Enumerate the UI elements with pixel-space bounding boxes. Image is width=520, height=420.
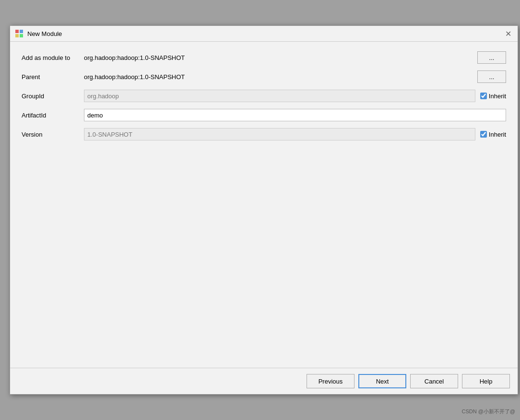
svg-rect-3 — [20, 34, 23, 37]
parent-value: org.hadoop:hadoop:1.0-SNAPSHOT — [84, 73, 477, 81]
add-as-module-browse-button[interactable]: ... — [477, 51, 506, 64]
next-button[interactable]: Next — [358, 374, 406, 388]
previous-button[interactable]: Previous — [307, 374, 355, 388]
version-row: Version Inherit — [22, 128, 506, 140]
version-container — [84, 128, 475, 140]
add-as-module-row: Add as module to org.hadoop:hadoop:1.0-S… — [22, 51, 506, 64]
version-inherit-container: Inherit — [480, 131, 506, 138]
add-as-module-label: Add as module to — [22, 54, 84, 61]
artifact-id-input[interactable] — [84, 109, 506, 121]
add-as-module-container: org.hadoop:hadoop:1.0-SNAPSHOT — [84, 54, 477, 61]
group-id-input[interactable] — [84, 90, 475, 102]
svg-rect-1 — [20, 30, 23, 33]
group-id-container — [84, 90, 475, 102]
version-inherit-checkbox[interactable] — [480, 131, 487, 138]
version-input[interactable] — [84, 128, 475, 140]
svg-rect-2 — [15, 34, 19, 37]
cancel-button[interactable]: Cancel — [410, 374, 458, 388]
artifact-id-row: ArtifactId — [22, 109, 506, 121]
parent-row: Parent org.hadoop:hadoop:1.0-SNAPSHOT ..… — [22, 70, 506, 83]
version-label: Version — [22, 131, 84, 138]
group-id-inherit-label: Inherit — [489, 93, 506, 100]
dialog-footer: Previous Next Cancel Help — [10, 368, 518, 394]
title-bar: New Module ✕ — [10, 26, 518, 42]
new-module-dialog: New Module ✕ Add as module to org.hadoop… — [10, 25, 518, 395]
dialog-body: Add as module to org.hadoop:hadoop:1.0-S… — [10, 42, 518, 368]
group-id-label: GroupId — [22, 93, 84, 100]
parent-browse-button[interactable]: ... — [477, 70, 506, 83]
group-id-inherit-container: Inherit — [480, 93, 506, 100]
parent-container: org.hadoop:hadoop:1.0-SNAPSHOT — [84, 73, 477, 81]
title-bar-left: New Module — [15, 29, 62, 38]
watermark: CSDN @小新不开了@ — [461, 408, 515, 415]
app-icon — [15, 29, 24, 38]
svg-rect-0 — [15, 30, 19, 33]
help-button[interactable]: Help — [462, 374, 510, 388]
add-as-module-value: org.hadoop:hadoop:1.0-SNAPSHOT — [84, 54, 477, 61]
parent-label: Parent — [22, 73, 84, 81]
dialog-title: New Module — [27, 30, 62, 37]
artifact-id-label: ArtifactId — [22, 112, 84, 119]
artifact-id-container — [84, 109, 506, 121]
group-id-inherit-checkbox[interactable] — [480, 93, 487, 99]
group-id-row: GroupId Inherit — [22, 90, 506, 102]
version-inherit-label: Inherit — [489, 131, 506, 138]
close-button[interactable]: ✕ — [503, 29, 513, 38]
